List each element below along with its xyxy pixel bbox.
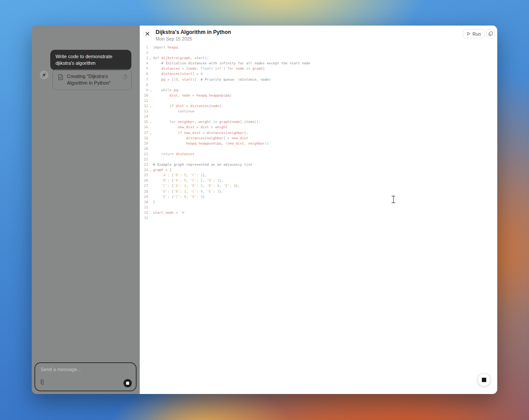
line-number: 31 [140, 205, 148, 210]
code-token-pl: > [184, 104, 190, 108]
code-canvas-panel: Dijkstra's Algorithm in Python Mon Sep 1… [140, 26, 497, 394]
code-line: 18 distances[neighbor] = new_dist [140, 136, 497, 141]
code-token-pl: ].items(): [240, 120, 261, 124]
code-line-text: distances[neighbor] = new_dist [153, 136, 248, 141]
fold-chevron-icon[interactable]: ⌄ [148, 56, 153, 61]
close-canvas-button[interactable] [143, 30, 151, 37]
code-line-text: 'C': {'A': 1, 'B': 2, 'D': 4, 'E': 8}, [153, 183, 240, 189]
code-token-pl: , [186, 173, 190, 177]
code-token-str: 'C' [190, 190, 197, 193]
line-number: 8 [140, 82, 148, 88]
code-token-var: distances [176, 152, 194, 156]
code-token-str: 'E' [207, 190, 213, 193]
code-line-text: 'A': {'B': 5, 'C': 1}, [153, 173, 207, 178]
document-icon [58, 74, 63, 82]
code-token-pl: , [186, 184, 190, 188]
code-token-str: 'D' [207, 178, 213, 182]
desktop-wallpaper: Write code to demonstrate djikstra's alg… [0, 0, 529, 420]
fold-gutter-spacer [148, 61, 153, 66]
fold-chevron-icon[interactable]: ⌄ [148, 88, 153, 93]
line-number: 19 [140, 141, 148, 146]
code-token-pl: : { [168, 178, 174, 182]
line-number: 21 [140, 152, 148, 157]
attachment-paperclip-icon[interactable] [40, 379, 45, 387]
code-line: 7 pq = [(0, start)] # Priority queue: (d… [140, 77, 497, 82]
code-editor[interactable]: 1import heapq23⌄def dijkstra(graph, star… [140, 45, 497, 221]
line-number: 13 [140, 109, 148, 114]
code-token-var: new_dist [184, 131, 201, 135]
code-token-pl: : { [168, 195, 174, 199]
code-token-pl: , [194, 120, 198, 124]
fold-chevron-icon[interactable]: ⌄ [148, 167, 153, 173]
line-number: 12 [140, 104, 148, 109]
fold-gutter-spacer [148, 146, 153, 152]
copy-code-button[interactable] [486, 29, 495, 38]
code-line-text: if new_dist < distances[neighbor]: [153, 130, 248, 136]
code-line: 28 'D': {'B': 1, 'C': 4, 'E': 3}, [140, 189, 497, 194]
code-line: 4 # Initialize distances with infinity f… [140, 61, 497, 66]
code-token-pl: : [178, 88, 180, 92]
stop-generating-button[interactable] [478, 374, 490, 386]
code-token-var: start [182, 72, 192, 76]
run-button[interactable]: Run [463, 29, 485, 38]
code-token-pl [153, 141, 186, 145]
sparkle-icon [41, 72, 47, 78]
code-line-text: } [153, 200, 155, 205]
line-number: 6 [140, 71, 148, 77]
code-token-com: # Priority queue: (distance, node) [201, 78, 271, 82]
code-token-pl: } [263, 67, 265, 71]
fold-gutter-spacer [148, 205, 153, 210]
code-line-text: pq = [(0, start)] # Priority queue: (dis… [153, 77, 271, 82]
code-line-text: while pq: [153, 88, 180, 93]
code-line-text: for neighbor, weight in graph[node].item… [153, 119, 261, 125]
code-token-pl [153, 67, 161, 71]
code-token-kw: return [161, 152, 174, 156]
code-token-kw: if [178, 131, 182, 135]
line-number: 10 [140, 93, 148, 98]
composer-stop-button[interactable] [123, 379, 132, 387]
code-line: 15⌄ for neighbor, weight in graph[node].… [140, 119, 497, 125]
line-number: 20 [140, 146, 148, 152]
fold-gutter-spacer [148, 66, 153, 71]
code-token-str: 'B' [174, 190, 180, 193]
code-token-pl: = [190, 93, 197, 97]
line-number: 1 [140, 45, 148, 50]
canvas-title: Dijkstra's Algorithm in Python [156, 29, 231, 35]
fold-gutter-spacer [148, 136, 153, 141]
code-token-var: graph [180, 56, 190, 60]
code-token-var: new_dist [178, 125, 194, 129]
code-token-pl [153, 173, 161, 177]
code-token-pl: , ( [221, 141, 227, 145]
code-token-var: distances [186, 136, 205, 140]
code-token-pl [153, 195, 161, 199]
line-number: 24 [140, 167, 148, 173]
fold-chevron-icon[interactable]: ⌄ [148, 130, 153, 136]
code-token-kw: for [227, 67, 234, 71]
code-token-pl: ) [224, 67, 227, 71]
stop-square-icon [482, 378, 486, 382]
code-token-pl: , [219, 184, 223, 188]
code-token-tl: in [213, 120, 217, 124]
stop-square-icon [126, 382, 129, 385]
message-composer[interactable]: Send a message... [34, 362, 137, 391]
code-token-pl: ]: [244, 131, 248, 135]
tool-use-card[interactable]: Creating "Dijkstra's Algorithm in Python… [52, 69, 132, 90]
line-number: 28 [140, 189, 148, 194]
line-number: 33 [140, 216, 148, 221]
code-token-var: distances [190, 104, 209, 108]
code-token-kw: continue [178, 109, 194, 113]
code-token-pl [153, 72, 161, 76]
code-token-str: 'C' [190, 173, 197, 177]
fold-chevron-icon[interactable]: ⌄ [148, 119, 153, 125]
code-token-pl: : [230, 184, 234, 188]
code-token-kw: def [153, 56, 159, 60]
code-token-var: pq [161, 78, 165, 82]
fold-gutter-spacer [148, 77, 153, 82]
code-token-pl: < [201, 131, 207, 135]
code-token-pl: : [213, 178, 217, 182]
code-token-pl: , [203, 184, 207, 188]
code-line: 33 [140, 216, 497, 221]
fold-chevron-icon[interactable]: ⌄ [148, 104, 153, 109]
code-line-text: distances = {node: float('inf') for node… [153, 66, 265, 71]
code-line: 2 [140, 50, 497, 56]
